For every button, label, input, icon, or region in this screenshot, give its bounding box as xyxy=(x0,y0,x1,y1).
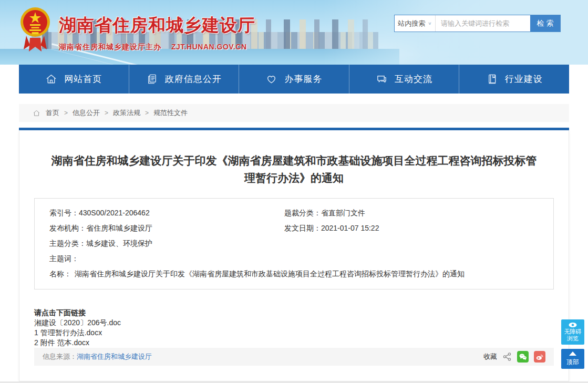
attachment-file-link[interactable]: 2 附件 范本.docx xyxy=(34,338,554,348)
breadcrumb-item-home[interactable]: 首页 xyxy=(46,108,59,118)
meta-index-value: 430S00/2021-206462 xyxy=(79,205,150,221)
article-panel: 湖南省住房和城乡建设厅关于印发《湖南省房屋建筑和市政基础设施项目全过程工程咨询招… xyxy=(19,130,569,381)
meta-date-value: 2021-01-07 15:22 xyxy=(321,221,379,236)
meta-name-label: 名称： xyxy=(49,266,71,282)
nav-item-home[interactable]: 网站首页 xyxy=(19,65,129,94)
document-meta-table: 索引号： 430S00/2021-206462 题裁分类： 省直部门文件 发布机… xyxy=(34,198,554,289)
book-icon xyxy=(486,73,498,85)
search-button[interactable]: 检 索 xyxy=(530,15,560,32)
accessibility-button[interactable]: 无障碍浏览 xyxy=(561,319,584,345)
site-title: 湖南省住房和城乡建设厅 xyxy=(59,14,255,37)
nav-item-label: 办事服务 xyxy=(284,73,322,85)
meta-row: 索引号： 430S00/2021-206462 题裁分类： 省直部门文件 xyxy=(49,205,539,221)
search-scope-select[interactable]: 站内搜索 ∨ xyxy=(395,15,436,32)
home-icon xyxy=(45,73,57,85)
wechat-icon[interactable] xyxy=(517,351,529,363)
meta-name-value: 湖南省住房和城乡建设厅关于印发《湖南省房屋建筑和市政基础设施项目全过程工程咨询招… xyxy=(71,266,465,282)
site-brand: 湖南省住房和城乡建设厅 湖南省住房和城乡建设厅主办 ZJT.HUNAN.GOV.… xyxy=(20,4,255,54)
page-title: 湖南省住房和城乡建设厅关于印发《湖南省房屋建筑和市政基础设施项目全过程工程咨询招… xyxy=(50,152,538,187)
meta-topic-label: 主题分类： xyxy=(49,236,86,251)
attachment-links: 请点击下面链接 湘建设〔2020〕206号.doc 1 管理暂行办法.docx … xyxy=(34,308,554,348)
meta-row: 发布机构： 省住房和城乡建设厅 发文日期： 2021-01-07 15:22 xyxy=(49,221,539,236)
nav-item-industry[interactable]: 行业建设 xyxy=(459,65,569,94)
source-info: 信息来源：湖南省住房和城乡建设厅 xyxy=(43,352,152,361)
breadcrumb-item-info[interactable]: 信息公开 xyxy=(73,108,100,118)
back-to-top-button[interactable]: 顶部 xyxy=(561,349,584,369)
national-emblem-logo xyxy=(20,4,50,54)
search-scope-label: 站内搜索 xyxy=(398,19,425,28)
share-tools: 收藏 xyxy=(483,351,545,363)
site-url: ZJT.HUNAN.GOV.CN xyxy=(171,43,247,51)
breadcrumb-separator: > xyxy=(145,109,149,117)
eye-icon xyxy=(568,322,577,328)
back-to-top-label: 顶部 xyxy=(566,358,579,367)
breadcrumb: 首页 > 信息公开 > 政策法规 > 规范性文件 xyxy=(19,104,569,122)
breadcrumb-separator: > xyxy=(64,109,68,117)
nav-item-label: 行业建设 xyxy=(505,73,543,85)
site-subtitle-text: 湖南省住房和城乡建设厅主办 xyxy=(59,43,161,51)
meta-row: 主题词： xyxy=(49,251,539,266)
meta-genre-value: 省直部门文件 xyxy=(321,205,365,221)
home-outline-icon xyxy=(33,109,40,117)
site-header: 湖南省住房和城乡建设厅 湖南省住房和城乡建设厅主办 ZJT.HUNAN.GOV.… xyxy=(0,0,588,65)
brand-text: 湖南省住房和城乡建设厅 湖南省住房和城乡建设厅主办 ZJT.HUNAN.GOV.… xyxy=(59,4,255,52)
meta-topic-value: 城乡建设、环境保护 xyxy=(86,236,152,251)
attachment-file-link[interactable]: 1 管理暂行办法.docx xyxy=(34,328,554,338)
nav-item-label: 政府信息公开 xyxy=(165,73,222,85)
arrow-up-icon xyxy=(569,351,576,356)
breadcrumb-item-policy[interactable]: 政策法规 xyxy=(113,108,140,118)
share-nodes-icon[interactable] xyxy=(502,352,512,361)
nav-item-services[interactable]: 办事服务 xyxy=(239,65,349,94)
chat-icon xyxy=(376,73,388,85)
floating-toolbar: 无障碍浏览 顶部 xyxy=(561,319,584,369)
source-label: 信息来源： xyxy=(43,353,77,360)
heart-icon xyxy=(265,73,277,85)
breadcrumb-separator: > xyxy=(105,109,108,117)
site-search: 站内搜索 ∨ 检 索 xyxy=(394,15,561,32)
meta-issuer-label: 发布机构： xyxy=(49,221,86,236)
meta-index-label: 索引号： xyxy=(49,205,79,221)
meta-date-label: 发文日期： xyxy=(284,221,321,236)
attachments-heading: 请点击下面链接 xyxy=(34,308,554,318)
weibo-icon[interactable] xyxy=(534,351,545,363)
source-bar: 信息来源：湖南省住房和城乡建设厅 收藏 xyxy=(34,348,554,366)
main-navigation: 网站首页 政府信息公开 办事服务 互动交流 行业建设 xyxy=(19,65,569,94)
breadcrumb-item-normative[interactable]: 规范性文件 xyxy=(153,108,188,118)
chevron-down-icon: ∨ xyxy=(428,21,431,26)
meta-genre-label: 题裁分类： xyxy=(284,205,321,221)
nav-item-interaction[interactable]: 互动交流 xyxy=(349,65,459,94)
document-icon xyxy=(146,73,158,85)
favorite-button[interactable]: 收藏 xyxy=(483,352,497,361)
page: 湖南省住房和城乡建设厅 湖南省住房和城乡建设厅主办 ZJT.HUNAN.GOV.… xyxy=(0,0,588,383)
meta-row: 名称： 湖南省住房和城乡建设厅关于印发《湖南省房屋建筑和市政基础设施项目全过程工… xyxy=(49,266,539,282)
meta-row: 主题分类： 城乡建设、环境保护 xyxy=(49,236,539,251)
site-subtitle: 湖南省住房和城乡建设厅主办 ZJT.HUNAN.GOV.CN xyxy=(59,43,255,52)
nav-item-label: 互动交流 xyxy=(395,73,432,85)
search-input[interactable] xyxy=(436,15,530,32)
accessibility-label: 无障碍浏览 xyxy=(563,328,582,342)
source-link[interactable]: 湖南省住房和城乡建设厅 xyxy=(77,353,152,360)
nav-item-label: 网站首页 xyxy=(64,73,102,85)
attachment-file-link[interactable]: 湘建设〔2020〕206号.doc xyxy=(34,318,554,328)
meta-keywords-label: 主题词： xyxy=(49,251,79,266)
meta-issuer-value: 省住房和城乡建设厅 xyxy=(86,221,152,236)
nav-item-gov-info[interactable]: 政府信息公开 xyxy=(129,65,239,94)
